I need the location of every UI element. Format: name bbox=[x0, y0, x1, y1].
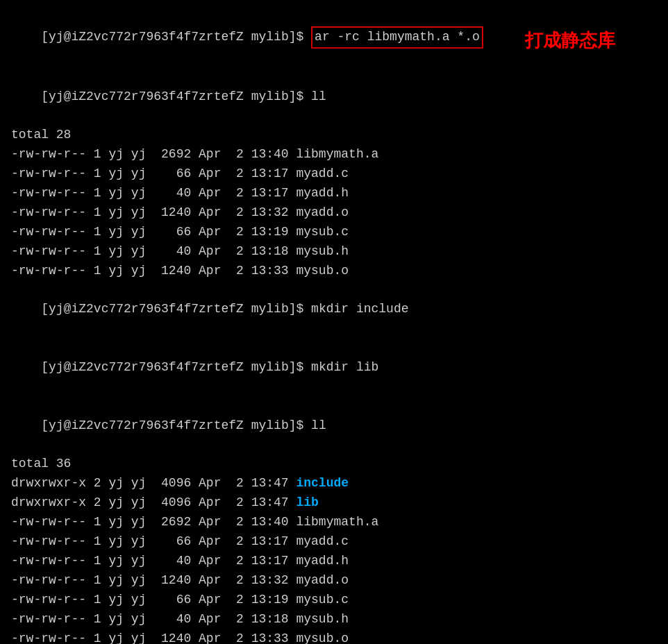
terminal-line-22: -rw-rw-r-- 1 yj yj 40 Apr 2 13:18 mysub.… bbox=[11, 610, 657, 629]
annotation-label: 打成静态库 bbox=[525, 26, 615, 54]
dir-lib: lib bbox=[296, 495, 318, 509]
prompt-11: [yj@iZ2vc772r7963f4f7zrtefZ mylib]$ mkdi… bbox=[41, 302, 408, 316]
terminal-line-23: -rw-rw-r-- 1 yj yj 1240 Apr 2 13:33 mysu… bbox=[11, 629, 657, 645]
terminal-line-11: [yj@iZ2vc772r7963f4f7zrtefZ mylib]$ mkdi… bbox=[11, 280, 657, 339]
terminal-line-13: [yj@iZ2vc772r7963f4f7zrtefZ mylib]$ ll bbox=[11, 397, 657, 455]
prompt-2: [yj@iZ2vc772r7963f4f7zrtefZ mylib]$ ll bbox=[41, 90, 326, 103]
terminal-line-17: -rw-rw-r-- 1 yj yj 2692 Apr 2 13:40 libm… bbox=[11, 513, 657, 532]
prompt-1: [yj@iZ2vc772r7963f4f7zrtefZ mylib]$ bbox=[41, 30, 311, 44]
dir-include: include bbox=[296, 476, 349, 490]
terminal-line-4: -rw-rw-r-- 1 yj yj 2692 Apr 2 13:40 libm… bbox=[11, 145, 657, 164]
terminal-line-20: -rw-rw-r-- 1 yj yj 1240 Apr 2 13:32 myad… bbox=[11, 571, 657, 591]
terminal-line-8: -rw-rw-r-- 1 yj yj 66 Apr 2 13:19 mysub.… bbox=[11, 223, 657, 242]
prompt-12: [yj@iZ2vc772r7963f4f7zrtefZ mylib]$ mkdi… bbox=[41, 360, 378, 374]
terminal-line-18: -rw-rw-r-- 1 yj yj 66 Apr 2 13:17 myadd.… bbox=[11, 532, 657, 552]
terminal-line-14: total 36 bbox=[11, 455, 657, 474]
terminal-container: [yj@iZ2vc772r7963f4f7zrtefZ mylib]$ ar -… bbox=[11, 7, 657, 644]
terminal-line-2: [yj@iZ2vc772r7963f4f7zrtefZ mylib]$ ll bbox=[11, 68, 657, 126]
prompt-13: [yj@iZ2vc772r7963f4f7zrtefZ mylib]$ ll bbox=[41, 418, 326, 432]
terminal-line-12: [yj@iZ2vc772r7963f4f7zrtefZ mylib]$ mkdi… bbox=[11, 339, 657, 397]
terminal-line-5: -rw-rw-r-- 1 yj yj 66 Apr 2 13:17 myadd.… bbox=[11, 164, 657, 184]
terminal-line-21: -rw-rw-r-- 1 yj yj 66 Apr 2 13:19 mysub.… bbox=[11, 591, 657, 610]
terminal-line-15: drwxrwxr-x 2 yj yj 4096 Apr 2 13:47 incl… bbox=[11, 474, 657, 493]
cmd-highlight-1: ar -rc libmymath.a *.o bbox=[311, 26, 483, 49]
terminal-line-9: -rw-rw-r-- 1 yj yj 40 Apr 2 13:18 mysub.… bbox=[11, 242, 657, 262]
terminal-line-10: -rw-rw-r-- 1 yj yj 1240 Apr 2 13:33 mysu… bbox=[11, 262, 657, 281]
terminal-line-3: total 28 bbox=[11, 126, 657, 145]
terminal-line-16: drwxrwxr-x 2 yj yj 4096 Apr 2 13:47 lib bbox=[11, 493, 657, 513]
terminal-line-19: -rw-rw-r-- 1 yj yj 40 Apr 2 13:17 myadd.… bbox=[11, 552, 657, 571]
terminal-line-7: -rw-rw-r-- 1 yj yj 1240 Apr 2 13:32 myad… bbox=[11, 203, 657, 223]
terminal-line-6: -rw-rw-r-- 1 yj yj 40 Apr 2 13:17 myadd.… bbox=[11, 184, 657, 203]
